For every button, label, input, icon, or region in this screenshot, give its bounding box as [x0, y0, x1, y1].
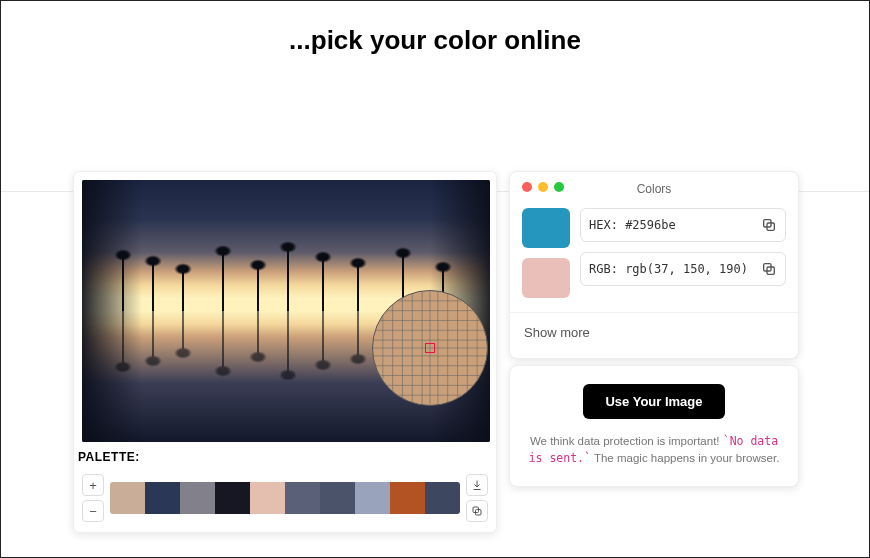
palette-swatches [110, 482, 460, 514]
picked-color-swatch-secondary[interactable] [522, 258, 570, 298]
image-canvas[interactable] [82, 180, 490, 442]
copy-icon[interactable] [761, 217, 777, 233]
palette-label: PALETTE: [74, 450, 496, 468]
palette-swatch[interactable] [250, 482, 285, 514]
palette-swatch[interactable] [285, 482, 320, 514]
palette-swatch[interactable] [110, 482, 145, 514]
hex-label: HEX: [589, 218, 618, 232]
use-your-image-button[interactable]: Use Your Image [583, 384, 724, 419]
palette-swatch[interactable] [180, 482, 215, 514]
rgb-value: rgb(37, 150, 190) [625, 262, 761, 276]
palette-add-button[interactable]: + [82, 474, 104, 496]
page-title: ...pick your color online [1, 25, 869, 56]
rgb-label: RGB: [589, 262, 618, 276]
palette-swatch[interactable] [355, 482, 390, 514]
palette-swatch[interactable] [390, 482, 425, 514]
palette-remove-button[interactable]: − [82, 500, 104, 522]
privacy-note: We think data protection is important! `… [526, 433, 782, 468]
colors-panel: Colors HEX: #2596be RGB: rgb(37, 150, 19… [509, 171, 799, 359]
upload-panel: Use Your Image We think data protection … [509, 365, 799, 487]
copy-icon[interactable] [761, 261, 777, 277]
palette-swatch[interactable] [320, 482, 355, 514]
palette-swatch[interactable] [145, 482, 180, 514]
minus-icon: − [89, 504, 97, 519]
palette-swatch[interactable] [425, 482, 460, 514]
hex-field[interactable]: HEX: #2596be [580, 208, 786, 242]
loupe-target-pixel [425, 343, 435, 353]
copy-icon [471, 505, 483, 517]
show-more-link[interactable]: Show more [510, 312, 798, 354]
color-picker-loupe[interactable] [372, 290, 488, 406]
image-panel: PALETTE: + − [73, 171, 497, 533]
picked-color-swatch-primary[interactable] [522, 208, 570, 248]
palette-download-button[interactable] [466, 474, 488, 496]
colors-panel-title: Colors [510, 182, 798, 196]
palette-swatch[interactable] [215, 482, 250, 514]
plus-icon: + [89, 478, 97, 493]
download-icon [471, 479, 483, 491]
palette-copy-button[interactable] [466, 500, 488, 522]
rgb-field[interactable]: RGB: rgb(37, 150, 190) [580, 252, 786, 286]
hex-value: #2596be [625, 218, 761, 232]
